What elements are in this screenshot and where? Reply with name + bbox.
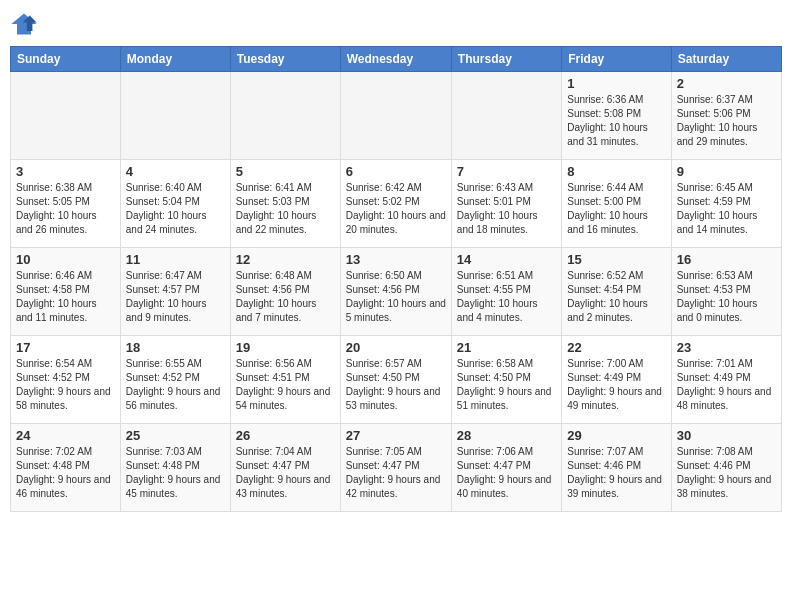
day-number: 4: [126, 164, 225, 179]
day-info: Sunrise: 6:50 AM Sunset: 4:56 PM Dayligh…: [346, 269, 446, 325]
day-number: 27: [346, 428, 446, 443]
calendar-cell: 2Sunrise: 6:37 AM Sunset: 5:06 PM Daylig…: [671, 72, 781, 160]
day-info: Sunrise: 6:44 AM Sunset: 5:00 PM Dayligh…: [567, 181, 665, 237]
day-info: Sunrise: 6:41 AM Sunset: 5:03 PM Dayligh…: [236, 181, 335, 237]
calendar-cell: 19Sunrise: 6:56 AM Sunset: 4:51 PM Dayli…: [230, 336, 340, 424]
calendar-cell: 28Sunrise: 7:06 AM Sunset: 4:47 PM Dayli…: [451, 424, 561, 512]
day-number: 21: [457, 340, 556, 355]
day-number: 17: [16, 340, 115, 355]
calendar-cell: [340, 72, 451, 160]
weekday-row: SundayMondayTuesdayWednesdayThursdayFrid…: [11, 47, 782, 72]
day-number: 25: [126, 428, 225, 443]
day-info: Sunrise: 6:37 AM Sunset: 5:06 PM Dayligh…: [677, 93, 776, 149]
calendar-cell: 17Sunrise: 6:54 AM Sunset: 4:52 PM Dayli…: [11, 336, 121, 424]
calendar-cell: 10Sunrise: 6:46 AM Sunset: 4:58 PM Dayli…: [11, 248, 121, 336]
day-info: Sunrise: 7:08 AM Sunset: 4:46 PM Dayligh…: [677, 445, 776, 501]
day-number: 20: [346, 340, 446, 355]
day-info: Sunrise: 6:57 AM Sunset: 4:50 PM Dayligh…: [346, 357, 446, 413]
day-number: 26: [236, 428, 335, 443]
weekday-header-saturday: Saturday: [671, 47, 781, 72]
calendar-cell: 15Sunrise: 6:52 AM Sunset: 4:54 PM Dayli…: [562, 248, 671, 336]
day-info: Sunrise: 6:58 AM Sunset: 4:50 PM Dayligh…: [457, 357, 556, 413]
weekday-header-monday: Monday: [120, 47, 230, 72]
calendar: SundayMondayTuesdayWednesdayThursdayFrid…: [10, 46, 782, 512]
calendar-cell: 29Sunrise: 7:07 AM Sunset: 4:46 PM Dayli…: [562, 424, 671, 512]
day-number: 18: [126, 340, 225, 355]
calendar-cell: 30Sunrise: 7:08 AM Sunset: 4:46 PM Dayli…: [671, 424, 781, 512]
day-number: 11: [126, 252, 225, 267]
day-info: Sunrise: 7:07 AM Sunset: 4:46 PM Dayligh…: [567, 445, 665, 501]
day-number: 10: [16, 252, 115, 267]
calendar-cell: 20Sunrise: 6:57 AM Sunset: 4:50 PM Dayli…: [340, 336, 451, 424]
calendar-cell: 18Sunrise: 6:55 AM Sunset: 4:52 PM Dayli…: [120, 336, 230, 424]
day-info: Sunrise: 6:48 AM Sunset: 4:56 PM Dayligh…: [236, 269, 335, 325]
day-info: Sunrise: 6:43 AM Sunset: 5:01 PM Dayligh…: [457, 181, 556, 237]
calendar-cell: 11Sunrise: 6:47 AM Sunset: 4:57 PM Dayli…: [120, 248, 230, 336]
calendar-cell: 8Sunrise: 6:44 AM Sunset: 5:00 PM Daylig…: [562, 160, 671, 248]
day-info: Sunrise: 6:52 AM Sunset: 4:54 PM Dayligh…: [567, 269, 665, 325]
day-info: Sunrise: 6:45 AM Sunset: 4:59 PM Dayligh…: [677, 181, 776, 237]
day-number: 6: [346, 164, 446, 179]
day-info: Sunrise: 6:53 AM Sunset: 4:53 PM Dayligh…: [677, 269, 776, 325]
calendar-cell: 12Sunrise: 6:48 AM Sunset: 4:56 PM Dayli…: [230, 248, 340, 336]
calendar-cell: 24Sunrise: 7:02 AM Sunset: 4:48 PM Dayli…: [11, 424, 121, 512]
day-info: Sunrise: 7:05 AM Sunset: 4:47 PM Dayligh…: [346, 445, 446, 501]
logo: [10, 10, 42, 38]
day-number: 8: [567, 164, 665, 179]
day-number: 19: [236, 340, 335, 355]
day-number: 16: [677, 252, 776, 267]
week-row-4: 24Sunrise: 7:02 AM Sunset: 4:48 PM Dayli…: [11, 424, 782, 512]
day-number: 23: [677, 340, 776, 355]
calendar-cell: 1Sunrise: 6:36 AM Sunset: 5:08 PM Daylig…: [562, 72, 671, 160]
day-number: 1: [567, 76, 665, 91]
day-info: Sunrise: 6:38 AM Sunset: 5:05 PM Dayligh…: [16, 181, 115, 237]
day-number: 14: [457, 252, 556, 267]
day-number: 22: [567, 340, 665, 355]
day-number: 12: [236, 252, 335, 267]
page-container: SundayMondayTuesdayWednesdayThursdayFrid…: [0, 0, 792, 612]
day-info: Sunrise: 7:00 AM Sunset: 4:49 PM Dayligh…: [567, 357, 665, 413]
calendar-cell: 21Sunrise: 6:58 AM Sunset: 4:50 PM Dayli…: [451, 336, 561, 424]
weekday-header-sunday: Sunday: [11, 47, 121, 72]
week-row-0: 1Sunrise: 6:36 AM Sunset: 5:08 PM Daylig…: [11, 72, 782, 160]
logo-icon: [10, 10, 38, 38]
day-number: 28: [457, 428, 556, 443]
calendar-cell: 23Sunrise: 7:01 AM Sunset: 4:49 PM Dayli…: [671, 336, 781, 424]
day-number: 2: [677, 76, 776, 91]
weekday-header-tuesday: Tuesday: [230, 47, 340, 72]
day-info: Sunrise: 6:47 AM Sunset: 4:57 PM Dayligh…: [126, 269, 225, 325]
day-number: 15: [567, 252, 665, 267]
calendar-body: 1Sunrise: 6:36 AM Sunset: 5:08 PM Daylig…: [11, 72, 782, 512]
day-number: 29: [567, 428, 665, 443]
calendar-cell: [230, 72, 340, 160]
calendar-cell: 16Sunrise: 6:53 AM Sunset: 4:53 PM Dayli…: [671, 248, 781, 336]
day-info: Sunrise: 7:04 AM Sunset: 4:47 PM Dayligh…: [236, 445, 335, 501]
weekday-header-thursday: Thursday: [451, 47, 561, 72]
day-info: Sunrise: 6:54 AM Sunset: 4:52 PM Dayligh…: [16, 357, 115, 413]
day-info: Sunrise: 6:46 AM Sunset: 4:58 PM Dayligh…: [16, 269, 115, 325]
calendar-cell: 26Sunrise: 7:04 AM Sunset: 4:47 PM Dayli…: [230, 424, 340, 512]
day-number: 13: [346, 252, 446, 267]
calendar-cell: 5Sunrise: 6:41 AM Sunset: 5:03 PM Daylig…: [230, 160, 340, 248]
weekday-header-wednesday: Wednesday: [340, 47, 451, 72]
day-info: Sunrise: 6:36 AM Sunset: 5:08 PM Dayligh…: [567, 93, 665, 149]
calendar-cell: [11, 72, 121, 160]
day-info: Sunrise: 6:56 AM Sunset: 4:51 PM Dayligh…: [236, 357, 335, 413]
calendar-cell: 13Sunrise: 6:50 AM Sunset: 4:56 PM Dayli…: [340, 248, 451, 336]
day-info: Sunrise: 6:42 AM Sunset: 5:02 PM Dayligh…: [346, 181, 446, 237]
day-number: 3: [16, 164, 115, 179]
day-info: Sunrise: 7:02 AM Sunset: 4:48 PM Dayligh…: [16, 445, 115, 501]
calendar-cell: [120, 72, 230, 160]
week-row-3: 17Sunrise: 6:54 AM Sunset: 4:52 PM Dayli…: [11, 336, 782, 424]
calendar-cell: 7Sunrise: 6:43 AM Sunset: 5:01 PM Daylig…: [451, 160, 561, 248]
day-number: 9: [677, 164, 776, 179]
week-row-2: 10Sunrise: 6:46 AM Sunset: 4:58 PM Dayli…: [11, 248, 782, 336]
calendar-cell: 25Sunrise: 7:03 AM Sunset: 4:48 PM Dayli…: [120, 424, 230, 512]
header: [10, 10, 782, 38]
calendar-cell: 27Sunrise: 7:05 AM Sunset: 4:47 PM Dayli…: [340, 424, 451, 512]
calendar-cell: 4Sunrise: 6:40 AM Sunset: 5:04 PM Daylig…: [120, 160, 230, 248]
day-number: 5: [236, 164, 335, 179]
week-row-1: 3Sunrise: 6:38 AM Sunset: 5:05 PM Daylig…: [11, 160, 782, 248]
calendar-cell: 3Sunrise: 6:38 AM Sunset: 5:05 PM Daylig…: [11, 160, 121, 248]
day-info: Sunrise: 7:03 AM Sunset: 4:48 PM Dayligh…: [126, 445, 225, 501]
